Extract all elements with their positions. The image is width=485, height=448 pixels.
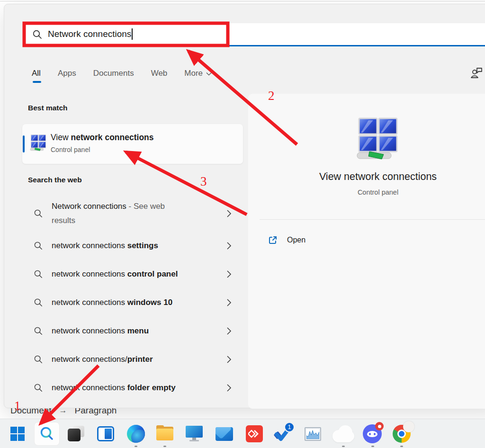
best-match-result[interactable]: View network connections Control panel [22, 124, 243, 164]
running-indicator [163, 446, 166, 447]
tab-more[interactable]: More [184, 69, 212, 83]
best-match-subtitle: Control panel [51, 146, 90, 153]
start-button[interactable] [7, 422, 28, 446]
performance-chart-app-icon [305, 427, 321, 441]
search-icon [34, 298, 43, 307]
chevron-down-icon [206, 72, 212, 76]
detail-subtitle: Control panel [248, 188, 485, 196]
cloud-app-button[interactable] [331, 422, 356, 446]
monitor-app-icon [186, 426, 203, 442]
search-icon [34, 241, 43, 251]
chevron-right-icon [226, 242, 232, 250]
notification-badge: 1 [284, 422, 295, 432]
notification-badge [375, 422, 384, 430]
network-connections-icon [356, 117, 400, 161]
tab-apps[interactable]: Apps [58, 69, 76, 83]
open-label: Open [287, 236, 305, 244]
divider [260, 219, 485, 220]
search-icon [34, 383, 43, 393]
edge-browser-button[interactable] [126, 422, 146, 446]
chevron-right-icon [226, 327, 232, 335]
search-bar[interactable]: Network connections [24, 23, 485, 46]
task-view-button[interactable] [66, 422, 87, 446]
windows-start-icon [10, 427, 25, 441]
monitor-app-button[interactable] [184, 422, 205, 446]
file-explorer-button[interactable] [154, 422, 175, 446]
running-indicator [371, 446, 374, 447]
running-indicator [135, 446, 137, 447]
search-icon [39, 426, 55, 442]
window-top-edge [0, 1, 485, 1]
discord-icon [363, 424, 382, 443]
web-suggestion-row[interactable]: network connections folder empty [22, 374, 243, 402]
chrome-icon [393, 425, 411, 443]
open-external-icon [268, 235, 278, 245]
active-tab-underline [33, 81, 41, 83]
search-filter-tabs: All Apps Documents Web More [32, 69, 212, 83]
mail-app-button[interactable] [214, 422, 234, 446]
web-suggestions-list: Network connections - See web results ne… [22, 196, 243, 402]
search-icon [34, 355, 43, 364]
file-explorer-icon [156, 427, 173, 441]
result-detail-panel: View network connections Control panel O… [248, 94, 485, 409]
running-indicator [400, 446, 403, 447]
best-match-heading: Best match [28, 104, 68, 112]
search-flyout: Network connections All Apps Documents W… [4, 4, 485, 408]
widgets-button[interactable] [95, 422, 116, 446]
search-icon [34, 269, 43, 279]
web-suggestion-row[interactable]: network connections menu [22, 317, 243, 345]
search-icon [32, 29, 43, 40]
network-connections-icon [30, 134, 47, 152]
search-input[interactable]: Network connections [48, 23, 133, 45]
chevron-right-icon [226, 270, 232, 278]
search-web-heading: Search the web [28, 176, 82, 184]
chevron-right-icon [226, 298, 232, 307]
text-caret [132, 28, 133, 40]
tab-web[interactable]: Web [151, 69, 168, 83]
web-suggestion-row[interactable]: network connections settings [22, 232, 243, 260]
selection-accent-bar [23, 135, 25, 152]
tab-documents[interactable]: Documents [93, 69, 134, 83]
open-action[interactable]: Open [260, 230, 485, 250]
taskbar: 1 [0, 419, 485, 448]
search-icon [34, 326, 43, 336]
best-match-title: View network connections [51, 133, 154, 143]
search-icon [34, 209, 43, 218]
chevron-right-icon [226, 384, 232, 392]
performance-chart-app-button[interactable] [302, 422, 323, 446]
search-query-text: Network connections [48, 29, 131, 39]
feedback-button[interactable] [469, 66, 484, 82]
search-taskbar-button[interactable] [34, 422, 60, 446]
detail-title: View network connections [248, 171, 485, 183]
tab-all[interactable]: All [32, 69, 41, 83]
chevron-right-icon [226, 209, 232, 218]
chevron-right-icon [226, 355, 232, 364]
web-suggestion-row[interactable]: Network connections - See web results [22, 196, 243, 232]
user-feedback-icon [469, 66, 484, 80]
profile-avatar [403, 421, 414, 432]
cloud-app-icon [332, 424, 355, 443]
red-diamond-app-button[interactable] [244, 422, 265, 446]
web-suggestion-row[interactable]: network connections/printer [22, 345, 243, 374]
discord-button[interactable] [362, 422, 383, 446]
widgets-board-icon [97, 426, 114, 441]
running-indicator [342, 446, 345, 447]
web-suggestion-row[interactable]: network connections windows 10 [22, 288, 243, 317]
check-task-app-button[interactable]: 1 [273, 422, 294, 446]
red-diamond-app-icon [246, 425, 263, 442]
web-suggestion-row[interactable]: network connections control panel [22, 260, 243, 288]
chrome-button[interactable] [391, 422, 412, 446]
edge-browser-icon [127, 425, 145, 443]
mail-app-icon [216, 427, 233, 441]
task-view-icon [68, 426, 85, 442]
check-task-app-icon: 1 [273, 424, 294, 444]
